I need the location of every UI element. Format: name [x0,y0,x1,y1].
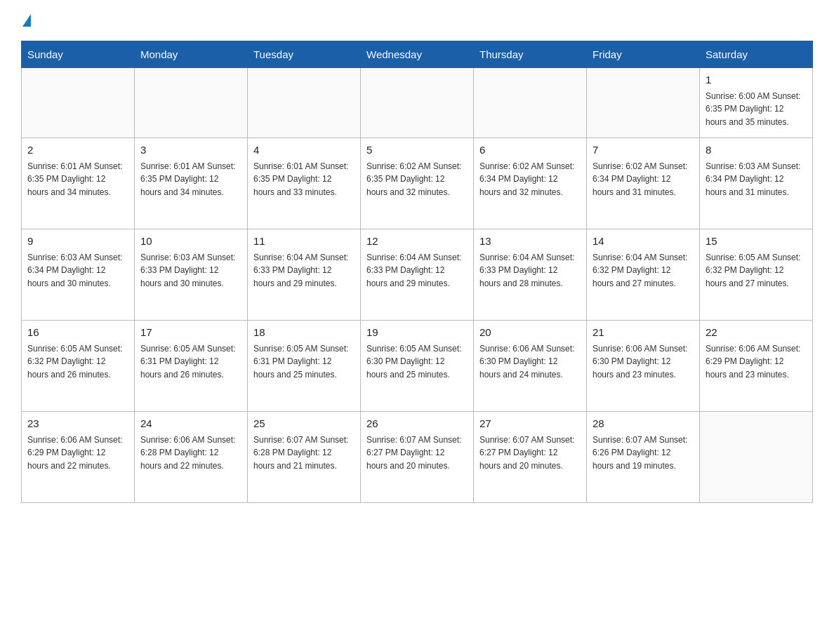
calendar-cell: 6Sunrise: 6:02 AM Sunset: 6:34 PM Daylig… [474,138,587,229]
calendar-cell: 19Sunrise: 6:05 AM Sunset: 6:30 PM Dayli… [361,321,474,412]
calendar-cell: 5Sunrise: 6:02 AM Sunset: 6:35 PM Daylig… [361,138,474,229]
calendar-cell: 12Sunrise: 6:04 AM Sunset: 6:33 PM Dayli… [361,229,474,321]
day-info: Sunrise: 6:07 AM Sunset: 6:28 PM Dayligh… [253,434,355,473]
day-info: Sunrise: 6:05 AM Sunset: 6:31 PM Dayligh… [140,342,241,382]
day-number: 28 [593,416,694,432]
calendar-cell: 4Sunrise: 6:01 AM Sunset: 6:35 PM Daylig… [248,138,361,229]
day-number: 2 [27,142,128,159]
calendar-cell [22,68,135,138]
calendar-cell [361,68,474,138]
calendar-week-3: 16Sunrise: 6:05 AM Sunset: 6:32 PM Dayli… [22,321,813,412]
day-header-monday: Monday [135,41,248,68]
calendar-cell: 15Sunrise: 6:05 AM Sunset: 6:32 PM Dayli… [700,229,813,321]
calendar-cell: 2Sunrise: 6:01 AM Sunset: 6:35 PM Daylig… [22,138,135,229]
day-header-friday: Friday [587,41,700,68]
calendar-cell: 8Sunrise: 6:03 AM Sunset: 6:34 PM Daylig… [700,138,813,229]
day-info: Sunrise: 6:03 AM Sunset: 6:33 PM Dayligh… [140,251,241,290]
day-info: Sunrise: 6:06 AM Sunset: 6:29 PM Dayligh… [706,342,807,382]
calendar-header-row: SundayMondayTuesdayWednesdayThursdayFrid… [22,41,813,68]
calendar-cell [587,68,700,138]
day-number: 12 [366,234,468,250]
day-info: Sunrise: 6:05 AM Sunset: 6:32 PM Dayligh… [27,342,128,382]
page-header [21,14,813,27]
day-header-thursday: Thursday [474,41,587,68]
day-info: Sunrise: 6:01 AM Sunset: 6:35 PM Dayligh… [27,160,128,199]
calendar-cell: 1Sunrise: 6:00 AM Sunset: 6:35 PM Daylig… [700,68,813,138]
calendar-cell: 20Sunrise: 6:06 AM Sunset: 6:30 PM Dayli… [474,321,587,412]
day-number: 24 [140,416,241,432]
calendar-cell: 23Sunrise: 6:06 AM Sunset: 6:29 PM Dayli… [22,412,135,503]
day-info: Sunrise: 6:06 AM Sunset: 6:30 PM Dayligh… [479,342,581,382]
day-info: Sunrise: 6:02 AM Sunset: 6:34 PM Dayligh… [479,160,581,199]
calendar-cell [248,68,361,138]
day-number: 20 [479,325,581,341]
calendar-week-0: 1Sunrise: 6:00 AM Sunset: 6:35 PM Daylig… [22,68,813,138]
day-header-sunday: Sunday [22,41,135,68]
day-info: Sunrise: 6:00 AM Sunset: 6:35 PM Dayligh… [706,90,807,129]
logo [21,14,32,27]
day-header-wednesday: Wednesday [361,41,474,68]
day-info: Sunrise: 6:04 AM Sunset: 6:32 PM Dayligh… [593,251,694,290]
day-number: 25 [253,416,355,432]
calendar-cell: 7Sunrise: 6:02 AM Sunset: 6:34 PM Daylig… [587,138,700,229]
calendar-cell: 13Sunrise: 6:04 AM Sunset: 6:33 PM Dayli… [474,229,587,321]
day-info: Sunrise: 6:05 AM Sunset: 6:32 PM Dayligh… [706,251,807,290]
day-info: Sunrise: 6:05 AM Sunset: 6:31 PM Dayligh… [253,342,355,382]
day-number: 17 [140,325,241,341]
calendar-cell: 17Sunrise: 6:05 AM Sunset: 6:31 PM Dayli… [135,321,248,412]
day-number: 6 [479,142,581,159]
calendar-cell: 9Sunrise: 6:03 AM Sunset: 6:34 PM Daylig… [22,229,135,321]
calendar-cell: 3Sunrise: 6:01 AM Sunset: 6:35 PM Daylig… [135,138,248,229]
day-number: 14 [593,234,694,250]
day-header-tuesday: Tuesday [248,41,361,68]
day-number: 3 [140,142,241,159]
day-info: Sunrise: 6:01 AM Sunset: 6:35 PM Dayligh… [253,160,355,199]
calendar-cell [474,68,587,138]
day-info: Sunrise: 6:06 AM Sunset: 6:29 PM Dayligh… [27,434,128,473]
day-info: Sunrise: 6:07 AM Sunset: 6:27 PM Dayligh… [366,434,468,473]
day-number: 27 [479,416,581,432]
day-info: Sunrise: 6:04 AM Sunset: 6:33 PM Dayligh… [479,251,581,290]
calendar-table: SundayMondayTuesdayWednesdayThursdayFrid… [21,41,813,503]
day-number: 23 [27,416,128,432]
day-number: 5 [366,142,468,159]
day-number: 15 [706,234,807,250]
day-number: 4 [253,142,355,159]
day-info: Sunrise: 6:03 AM Sunset: 6:34 PM Dayligh… [27,251,128,290]
calendar-cell [700,412,813,503]
day-info: Sunrise: 6:02 AM Sunset: 6:35 PM Dayligh… [366,160,468,199]
logo-triangle-icon [22,14,31,27]
calendar-cell: 26Sunrise: 6:07 AM Sunset: 6:27 PM Dayli… [361,412,474,503]
day-number: 9 [27,234,128,250]
calendar-cell: 10Sunrise: 6:03 AM Sunset: 6:33 PM Dayli… [135,229,248,321]
day-number: 18 [253,325,355,341]
day-number: 26 [366,416,468,432]
calendar-cell: 14Sunrise: 6:04 AM Sunset: 6:32 PM Dayli… [587,229,700,321]
day-info: Sunrise: 6:07 AM Sunset: 6:26 PM Dayligh… [593,434,694,473]
calendar-cell: 22Sunrise: 6:06 AM Sunset: 6:29 PM Dayli… [700,321,813,412]
day-info: Sunrise: 6:07 AM Sunset: 6:27 PM Dayligh… [479,434,581,473]
calendar-cell: 16Sunrise: 6:05 AM Sunset: 6:32 PM Dayli… [22,321,135,412]
calendar-cell: 24Sunrise: 6:06 AM Sunset: 6:28 PM Dayli… [135,412,248,503]
day-number: 16 [27,325,128,341]
day-info: Sunrise: 6:06 AM Sunset: 6:28 PM Dayligh… [140,434,241,473]
day-info: Sunrise: 6:06 AM Sunset: 6:30 PM Dayligh… [593,342,694,382]
day-info: Sunrise: 6:04 AM Sunset: 6:33 PM Dayligh… [366,251,468,290]
day-number: 1 [706,72,807,88]
day-number: 21 [593,325,694,341]
day-number: 7 [593,142,694,159]
calendar-cell: 11Sunrise: 6:04 AM Sunset: 6:33 PM Dayli… [248,229,361,321]
day-number: 10 [140,234,241,250]
day-number: 13 [479,234,581,250]
calendar-cell: 18Sunrise: 6:05 AM Sunset: 6:31 PM Dayli… [248,321,361,412]
day-info: Sunrise: 6:03 AM Sunset: 6:34 PM Dayligh… [706,160,807,199]
calendar-week-4: 23Sunrise: 6:06 AM Sunset: 6:29 PM Dayli… [22,412,813,503]
day-header-saturday: Saturday [700,41,813,68]
day-info: Sunrise: 6:02 AM Sunset: 6:34 PM Dayligh… [593,160,694,199]
day-number: 19 [366,325,468,341]
calendar-cell [135,68,248,138]
day-number: 22 [706,325,807,341]
calendar-cell: 27Sunrise: 6:07 AM Sunset: 6:27 PM Dayli… [474,412,587,503]
day-info: Sunrise: 6:05 AM Sunset: 6:30 PM Dayligh… [366,342,468,382]
day-info: Sunrise: 6:04 AM Sunset: 6:33 PM Dayligh… [253,251,355,290]
